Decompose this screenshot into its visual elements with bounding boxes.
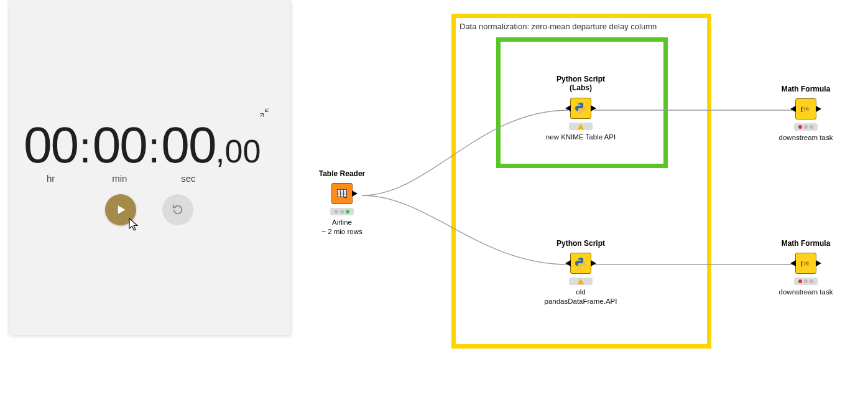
node-subtitle: Airline ~ 2 mio rows <box>321 218 362 236</box>
svg-point-7 <box>578 259 579 260</box>
play-button[interactable] <box>105 194 136 225</box>
node-title: Python Script <box>556 239 605 248</box>
node-math-top[interactable]: Math Formula f (x) downstream task <box>762 85 849 143</box>
node-body[interactable]: f (x) <box>795 98 816 119</box>
node-title: Python Script (Labs) <box>556 75 605 93</box>
node-math-bottom[interactable]: Math Formula f (x) downstream task <box>762 239 849 297</box>
svg-rect-0 <box>338 190 347 197</box>
svg-text:f: f <box>801 260 803 268</box>
collapse-icon[interactable] <box>259 107 271 119</box>
svg-point-6 <box>582 112 583 113</box>
svg-text:(x): (x) <box>804 106 808 111</box>
node-status <box>794 123 818 131</box>
node-body[interactable] <box>570 253 591 274</box>
table-icon <box>336 187 348 200</box>
node-status <box>330 208 354 215</box>
comma-separator: , <box>216 134 225 171</box>
stopwatch-panel: 00 hr : 00 min : 00 sec , 00 <box>9 0 290 335</box>
node-status <box>569 123 593 130</box>
node-status <box>794 278 818 285</box>
stopwatch-time: 00 hr : 00 min : 00 sec , 00 <box>24 119 261 184</box>
svg-text:(x): (x) <box>804 261 808 266</box>
node-status <box>569 278 593 285</box>
node-table-reader[interactable]: Table Reader Airline ~ 2 mio rows <box>298 169 386 236</box>
function-icon: f (x) <box>799 102 813 116</box>
node-title: Math Formula <box>782 85 831 93</box>
python-icon <box>574 101 588 115</box>
node-python-labs[interactable]: Python Script (Labs) new KNIME Table API <box>537 75 624 141</box>
centiseconds-value: 00 <box>225 135 261 167</box>
svg-point-8 <box>582 267 583 268</box>
stopwatch-controls <box>9 194 290 225</box>
function-icon: f (x) <box>799 256 813 270</box>
annotation-outer-text: Data normalization: zero-mean departure … <box>459 22 706 31</box>
node-subtitle: old pandasDataFrame.API <box>545 288 617 306</box>
hours-label: hr <box>47 173 55 184</box>
node-body[interactable] <box>331 183 353 204</box>
svg-point-5 <box>578 103 579 105</box>
node-body[interactable]: f (x) <box>795 253 816 274</box>
svg-text:f: f <box>801 105 803 114</box>
node-body[interactable] <box>570 98 591 119</box>
seconds-label: sec <box>181 173 195 184</box>
node-subtitle: new KNIME Table API <box>546 133 616 141</box>
colon-separator: : <box>78 126 92 176</box>
node-python-old[interactable]: Python Script old pandasDataFrame.API <box>537 239 624 306</box>
python-icon <box>574 256 588 270</box>
node-title: Math Formula <box>782 239 831 248</box>
seconds-value: 00 <box>161 119 215 171</box>
colon-separator: : <box>147 126 161 176</box>
node-title: Table Reader <box>319 169 365 178</box>
minutes-label: min <box>112 173 127 184</box>
reset-button[interactable] <box>162 194 193 225</box>
minutes-value: 00 <box>93 119 147 171</box>
node-subtitle: downstream task <box>779 288 833 296</box>
workflow-canvas[interactable]: Data normalization: zero-mean departure … <box>292 0 868 417</box>
node-subtitle: downstream task <box>779 133 833 142</box>
hours-value: 00 <box>24 119 78 171</box>
